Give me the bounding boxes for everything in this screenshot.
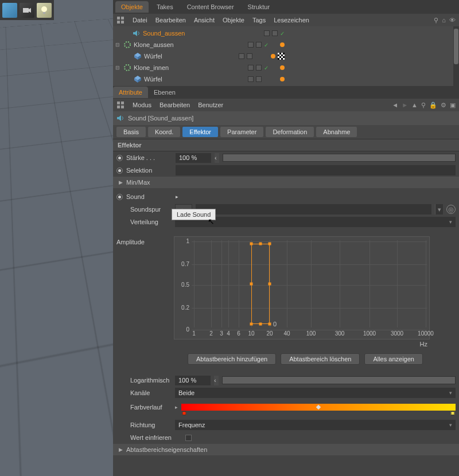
expand-icon[interactable]: ⊟ bbox=[115, 65, 121, 71]
tree-row-klone-aussen[interactable]: ⊟ Klone_aussen ✓ bbox=[115, 39, 457, 50]
object-label[interactable]: Sound_aussen bbox=[143, 30, 185, 37]
tab-parameter[interactable]: Parameter bbox=[220, 127, 263, 137]
menu-tags[interactable]: Tags bbox=[252, 17, 266, 24]
object-label[interactable]: Klone_innen bbox=[134, 64, 169, 71]
tree-scrollbar[interactable] bbox=[453, 26, 459, 86]
vis-toggle[interactable] bbox=[256, 42, 262, 48]
home-icon[interactable]: ⌂ bbox=[442, 17, 446, 24]
viewport-shade-icon[interactable] bbox=[2, 3, 17, 18]
selection-handle[interactable] bbox=[250, 283, 253, 286]
back-icon[interactable]: ◄ bbox=[392, 102, 398, 108]
selection-handle[interactable] bbox=[269, 283, 271, 286]
selection-handle[interactable] bbox=[269, 323, 271, 326]
anim-dot[interactable] bbox=[116, 155, 123, 161]
vis-toggle[interactable] bbox=[272, 30, 278, 36]
selection-handle[interactable] bbox=[250, 243, 253, 245]
input-soundspur[interactable] bbox=[196, 204, 431, 214]
tab-takes[interactable]: Takes bbox=[151, 1, 179, 13]
tab-content-browser[interactable]: Content Browser bbox=[181, 1, 240, 13]
input-staerke[interactable] bbox=[176, 153, 211, 163]
tag-icon[interactable] bbox=[280, 65, 285, 70]
tab-objekte[interactable]: Objekte bbox=[115, 1, 149, 13]
filter-icon[interactable]: ⚲ bbox=[434, 17, 438, 24]
tree-row-klone-innen[interactable]: ⊟ Klone_innen ✓ bbox=[115, 62, 457, 73]
vis-toggle[interactable] bbox=[248, 76, 254, 82]
delete-range-button[interactable]: Abtastbereich löschen bbox=[281, 353, 360, 365]
viewport-3d[interactable] bbox=[0, 0, 113, 476]
tab-deformation[interactable]: Deformation bbox=[266, 127, 314, 137]
gear-icon[interactable]: ⚙ bbox=[441, 102, 446, 109]
slider-log[interactable] bbox=[222, 376, 456, 384]
select-kanaele[interactable]: Beide▾ bbox=[175, 388, 456, 398]
tab-effektor[interactable]: Effektor bbox=[182, 127, 218, 137]
vis-toggle[interactable] bbox=[264, 30, 270, 36]
forward-icon[interactable]: ► bbox=[402, 102, 408, 108]
caret-down-icon[interactable]: ▾ bbox=[435, 204, 443, 214]
object-label[interactable]: Klone_aussen bbox=[134, 41, 174, 48]
menu-modus[interactable]: Modus bbox=[133, 102, 151, 108]
tag-icon[interactable] bbox=[280, 42, 285, 47]
gradient-editor[interactable] bbox=[181, 404, 456, 411]
tag-icon[interactable] bbox=[280, 77, 285, 81]
texture-tag-icon[interactable] bbox=[278, 53, 285, 60]
tab-basis[interactable]: Basis bbox=[116, 127, 146, 137]
menu-objekte[interactable]: Objekte bbox=[223, 17, 244, 24]
vis-toggle[interactable] bbox=[248, 42, 254, 48]
spinner[interactable]: ‹ bbox=[215, 153, 219, 163]
expand-icon[interactable]: ⊟ bbox=[115, 42, 121, 48]
anim-dot[interactable] bbox=[116, 194, 123, 200]
gradient-stop[interactable] bbox=[451, 411, 455, 415]
camera-icon[interactable] bbox=[20, 3, 34, 18]
lightbulb-icon[interactable] bbox=[37, 3, 52, 18]
gradient-knot[interactable] bbox=[316, 405, 321, 409]
add-range-button[interactable]: Abtastbereich hinzufügen bbox=[188, 353, 276, 365]
four-squares-icon[interactable] bbox=[116, 16, 125, 24]
select-verteilung[interactable]: ▾ bbox=[175, 217, 456, 227]
search-icon[interactable]: ⚲ bbox=[421, 102, 426, 109]
tab-abnahme[interactable]: Abnahme bbox=[316, 127, 357, 137]
tab-ebenen[interactable]: Ebenen bbox=[148, 87, 181, 98]
slider-staerke[interactable] bbox=[223, 154, 456, 162]
scrollbar-thumb[interactable] bbox=[454, 29, 458, 64]
enable-check-icon[interactable]: ✓ bbox=[264, 65, 269, 71]
tree-row-wuerfel-1[interactable]: Würfel bbox=[115, 50, 457, 62]
gradient-stop[interactable] bbox=[182, 411, 186, 415]
selection-rect[interactable] bbox=[251, 244, 270, 324]
vis-toggle[interactable] bbox=[239, 53, 244, 59]
select-richtung[interactable]: Frequenz▾ bbox=[175, 420, 456, 430]
checkbox-wert-einfrieren[interactable] bbox=[185, 435, 192, 441]
input-selektion[interactable] bbox=[176, 165, 456, 175]
tab-koord[interactable]: Koord. bbox=[148, 127, 180, 137]
tree-row-wuerfel-2[interactable]: Würfel bbox=[115, 73, 457, 85]
spinner[interactable]: ‹ bbox=[214, 376, 219, 385]
selection-handle[interactable] bbox=[259, 243, 262, 245]
object-label[interactable]: Würfel bbox=[144, 53, 162, 60]
object-label[interactable]: Würfel bbox=[144, 76, 162, 83]
target-icon[interactable]: ◎ bbox=[446, 205, 456, 214]
lock-icon[interactable]: 🔒 bbox=[429, 102, 437, 109]
eye-icon[interactable]: 👁 bbox=[449, 17, 456, 24]
menu-bearbeiten[interactable]: Bearbeiten bbox=[155, 17, 186, 24]
selection-handle[interactable] bbox=[259, 323, 262, 326]
vis-toggle[interactable] bbox=[256, 65, 262, 71]
triangle-right-icon[interactable]: ▸ bbox=[176, 194, 178, 200]
tab-attribute[interactable]: Attribute bbox=[113, 87, 148, 98]
menu-ansicht[interactable]: Ansicht bbox=[194, 17, 215, 24]
input-log[interactable] bbox=[175, 376, 211, 385]
enable-check-icon[interactable]: ✓ bbox=[264, 42, 269, 48]
selection-handle[interactable] bbox=[250, 323, 253, 326]
menu-lesezeichen[interactable]: Lesezeichen bbox=[274, 17, 309, 24]
new-window-icon[interactable]: ▣ bbox=[450, 102, 456, 109]
tag-icon[interactable] bbox=[271, 54, 275, 58]
anim-dot[interactable] bbox=[116, 167, 123, 174]
four-squares-icon[interactable] bbox=[116, 101, 125, 109]
vis-toggle[interactable] bbox=[248, 65, 254, 71]
menu-bearbeiten[interactable]: Bearbeiten bbox=[160, 102, 190, 108]
show-all-button[interactable]: Alles anzeigen bbox=[364, 353, 423, 365]
tab-struktur[interactable]: Struktur bbox=[242, 1, 276, 13]
triangle-right-icon[interactable]: ▸ bbox=[175, 404, 178, 410]
up-icon[interactable]: ▲ bbox=[411, 102, 418, 108]
enable-check-icon[interactable]: ✓ bbox=[280, 30, 285, 37]
menu-benutzer[interactable]: Benutzer bbox=[198, 102, 223, 108]
object-tree[interactable]: Sound_aussen ✓ ⊟ Klone_aussen ✓ Würfel ⊟… bbox=[113, 26, 459, 86]
